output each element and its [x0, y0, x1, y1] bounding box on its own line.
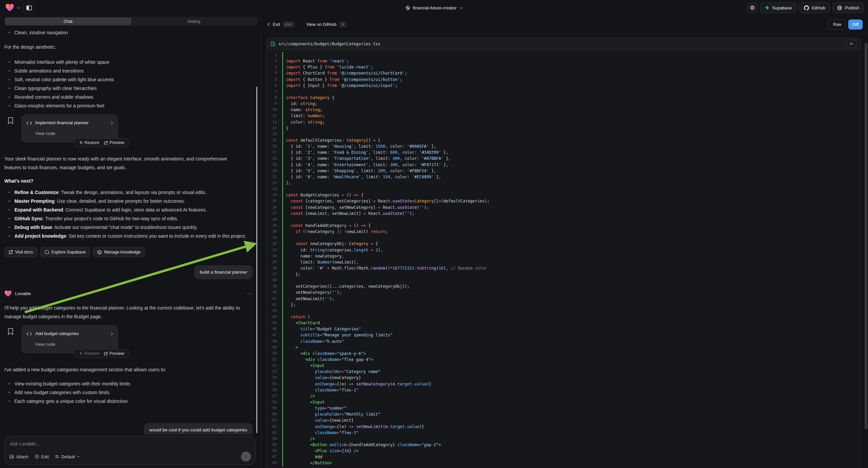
- fold-chevron-icon[interactable]: ⌄: [278, 241, 282, 247]
- send-button[interactable]: ↑: [241, 451, 251, 462]
- manage-knowledge-button[interactable]: Manage knowledge: [93, 247, 145, 257]
- line-number: 28: [267, 216, 278, 223]
- line-number: 16: [267, 143, 278, 149]
- list-item: Soft, neutral color palette with light b…: [4, 75, 253, 84]
- explore-supabase-button[interactable]: Explore Supabase: [40, 247, 90, 257]
- code-line: 41 setNewLimit('');: [267, 296, 861, 302]
- project-switcher[interactable]: financial-future-creator: [405, 0, 463, 16]
- bookmark-icon[interactable]: [8, 117, 16, 124]
- supabase-button[interactable]: Supabase: [760, 2, 797, 13]
- code-text: { id: '3', name: 'Transportation', limit…: [283, 155, 451, 162]
- code-text: </Button>: [283, 460, 332, 466]
- list-item: View existing budget categories with the…: [4, 379, 253, 388]
- preview-button[interactable]: Preview: [104, 349, 124, 358]
- mode-selector[interactable]: Default: [55, 454, 80, 459]
- code-line: 13}: [267, 125, 861, 131]
- code-text: <Button onClick={handleAddCategory} clas…: [283, 442, 441, 448]
- workspace-chevron-down-icon[interactable]: [17, 7, 21, 9]
- code-text: <Input: [283, 362, 325, 369]
- list-item: Master Prompting: Use clear, detailed, a…: [4, 197, 253, 205]
- code-text: />: [283, 436, 315, 442]
- fold-chevron-icon[interactable]: ⌄: [278, 192, 282, 198]
- code-text: const handleAddCategory = () => {: [283, 223, 371, 229]
- visit-docs-button[interactable]: Visit docs: [4, 247, 37, 257]
- line-number: 60: [267, 411, 278, 417]
- view-code-link[interactable]: View code: [35, 340, 113, 349]
- code-text: className="h-auto": [283, 339, 344, 345]
- code-line: 61 value={newLimit}: [267, 417, 861, 423]
- settings-button[interactable]: ⚙: [747, 2, 757, 13]
- code-line: 47 subtitle="Manage your spending limits…: [267, 332, 861, 338]
- list-item: Glass-morphic elements for a premium fee…: [4, 101, 253, 110]
- line-number: 7: [267, 89, 278, 95]
- gear-icon: ⚙: [750, 4, 755, 11]
- line-number: 3: [267, 64, 278, 70]
- collapse-file-button[interactable]: [846, 39, 857, 48]
- code-text: [283, 277, 286, 283]
- line-number: 36: [267, 265, 278, 271]
- exit-button[interactable]: Exit ESC: [268, 22, 294, 28]
- restore-button[interactable]: ↻Restore: [80, 349, 99, 358]
- code-line: 16 { id: '1', name: 'Housing', limit: 15…: [267, 143, 861, 149]
- raw-toggle-button[interactable]: Raw: [828, 20, 846, 30]
- line-number: 33: [267, 247, 278, 253]
- code-text: name: string;: [283, 107, 322, 113]
- line-number: 13: [267, 125, 278, 131]
- code-line: 11 limit: number;: [267, 113, 861, 119]
- code-text: <div className="space-y-6">: [283, 351, 366, 356]
- diff-toggle-button[interactable]: Diff: [848, 20, 863, 30]
- code-line: 36 color: '#' + Math.floor(Math.random()…: [267, 265, 861, 271]
- restore-button[interactable]: ↻Restore: [80, 138, 99, 147]
- line-number: 44: [267, 314, 278, 320]
- code-text: if (!newCategory || !newLimit) return;: [283, 229, 388, 235]
- list-item: GitHub Sync: Transfer your project's cod…: [4, 214, 253, 223]
- bookmark-icon[interactable]: [8, 328, 16, 335]
- assistant-summary: Your sleek financial planner is now read…: [4, 154, 238, 172]
- publish-button[interactable]: Publish: [832, 2, 864, 13]
- fold-chevron-icon[interactable]: ⌄: [278, 95, 282, 101]
- fold-chevron-icon[interactable]: ⌄: [278, 223, 282, 229]
- file-card-header[interactable]: src/components/budget/BudgetCategories.t…: [267, 38, 861, 50]
- project-chevron-down-icon: [459, 7, 463, 9]
- chat-scrollbar[interactable]: [256, 87, 257, 433]
- code-line: 14: [267, 131, 861, 137]
- list-item: Subtle animations and transitions: [4, 66, 253, 75]
- code-line: 20 { id: '5', name: 'Shopping', limit: 2…: [267, 168, 861, 174]
- message-more-icon[interactable]: ⋯: [247, 289, 253, 298]
- tab-chat[interactable]: Chat: [5, 18, 131, 25]
- line-number: 20: [267, 168, 278, 174]
- restore-icon: ↻: [80, 138, 83, 147]
- sidebar-toggle-button[interactable]: [23, 2, 35, 13]
- tab-history[interactable]: History: [131, 18, 257, 25]
- code-line: 6import { Input } from '@/components/ui/…: [267, 83, 861, 89]
- chevron-right-icon: [111, 121, 113, 125]
- assistant-header: Lovable ⋯: [4, 289, 253, 298]
- chat-input-box[interactable]: Ask Lovable... Attach Edit Default ↑: [4, 436, 255, 465]
- code-line: 65 <Button onClick={handleAddCategory} c…: [267, 442, 861, 448]
- code-text: onChange={(e) => setNewLimit(e.target.va…: [283, 424, 424, 430]
- lovable-logo-icon[interactable]: [5, 4, 14, 12]
- code-brackets-icon: [27, 332, 32, 336]
- code-text: title="Budget Categories": [283, 326, 361, 332]
- view-on-github-button[interactable]: View on GitHub G: [306, 22, 346, 28]
- fold-chevron-icon[interactable]: ⌄: [278, 137, 282, 143]
- line-number: 67: [267, 454, 278, 460]
- line-number: 55: [267, 381, 278, 387]
- code-text: [283, 235, 286, 241]
- edit-button[interactable]: Edit: [35, 454, 49, 459]
- code-text: limit: Number(newLimit),: [283, 259, 359, 265]
- line-number: 25: [267, 198, 278, 204]
- code-brackets-icon: [27, 121, 32, 125]
- code-text: interface Category {: [283, 95, 335, 101]
- code-line: 4import ChartCard from '@/components/ui/…: [267, 70, 861, 76]
- attach-button[interactable]: Attach: [9, 454, 29, 459]
- code-line: 25 const [categories, setCategories] = R…: [267, 198, 861, 204]
- preview-button[interactable]: Preview: [104, 138, 124, 147]
- view-code-link[interactable]: View code: [35, 129, 113, 138]
- code-scrollbar[interactable]: [865, 43, 867, 429]
- code-text: />: [283, 393, 315, 399]
- intro-bullet-list: Clean, intuitive navigation: [4, 28, 253, 37]
- github-button[interactable]: GitHub: [799, 2, 830, 13]
- code-line: 48 className="h-auto": [267, 339, 861, 345]
- code-text: { id: '1', name: 'Housing', limit: 1500,…: [283, 143, 436, 149]
